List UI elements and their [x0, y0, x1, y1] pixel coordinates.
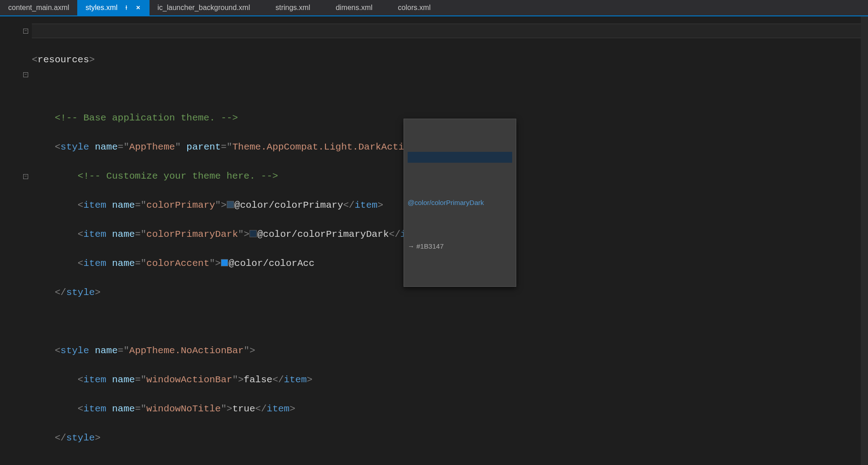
editor[interactable]: − − − <resources> <!-- Base application … [0, 16, 868, 465]
gutter: − − − [0, 16, 32, 465]
color-tooltip: @color/colorPrimaryDark → #1B3147 [404, 119, 516, 287]
color-swatch-primary-dark [249, 230, 257, 237]
tooltip-reference: @color/colorPrimaryDark [408, 199, 484, 206]
color-swatch-accent [221, 259, 228, 266]
tab-bar: content_main.axml styles.xml ✕ ic_launch… [0, 0, 868, 16]
close-icon[interactable]: ✕ [135, 5, 141, 11]
tooltip-color-swatch [408, 152, 512, 163]
tab-colors-xml[interactable]: colors.xml [390, 0, 439, 15]
pin-icon[interactable] [123, 5, 130, 11]
tab-styles-xml[interactable]: styles.xml ✕ [77, 0, 149, 15]
tab-content-main[interactable]: content_main.axml [0, 0, 77, 15]
code-area[interactable]: <resources> <!-- Base application theme.… [32, 16, 868, 465]
fold-icon[interactable]: − [23, 174, 28, 179]
tab-strings-xml[interactable]: strings.xml [267, 0, 318, 15]
tab-dimens-xml[interactable]: dimens.xml [328, 0, 381, 15]
tooltip-hex: #1B3147 [416, 242, 444, 250]
fold-icon[interactable]: − [23, 72, 28, 77]
fold-icon[interactable]: − [23, 29, 28, 34]
current-line-highlight [32, 24, 868, 38]
vertical-scrollbar[interactable] [861, 16, 868, 465]
color-swatch-primary [227, 201, 234, 208]
tab-ic-launcher-bg[interactable]: ic_launcher_background.xml [150, 0, 259, 15]
